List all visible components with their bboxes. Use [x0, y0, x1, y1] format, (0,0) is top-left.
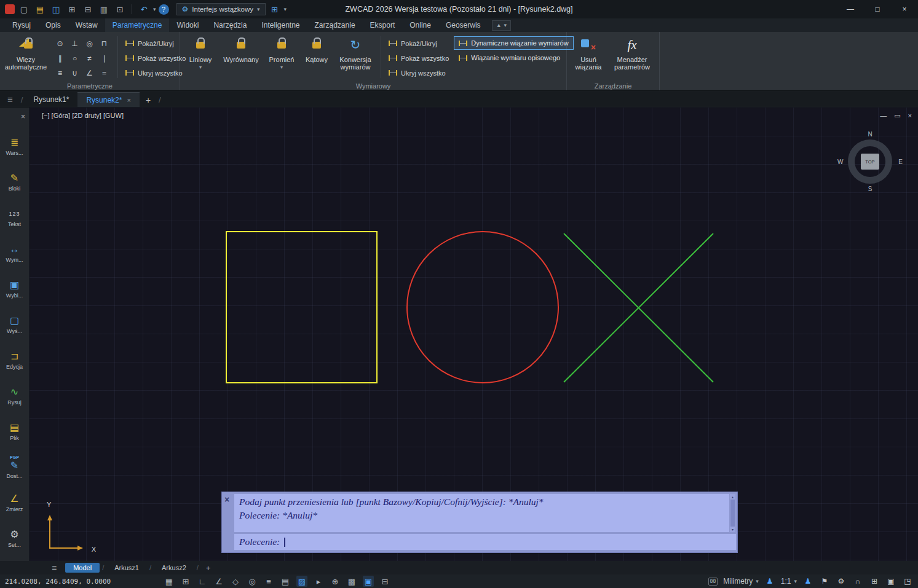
sidebar-item-wybierz[interactable]: ▣ Wybi... [0, 271, 29, 307]
constraint-smooth-icon[interactable]: ∪ [68, 66, 82, 80]
sidebar-item-wyswietl[interactable]: ▢ Wyś... [0, 307, 29, 342]
view-cube[interactable]: N S W E TOP [842, 133, 898, 190]
drawing-area[interactable]: [−] [Góra] [2D druty] [GUW] — ▭ × N S W … [30, 108, 918, 561]
dimensions-show-hide-button[interactable]: Pokaż/Ukryj [385, 36, 453, 50]
app-icon[interactable] [5, 4, 15, 14]
sidebar-item-tekst[interactable]: 123 Tekst [0, 200, 29, 235]
otrack-icon[interactable]: ◎ [247, 576, 258, 587]
polar-icon[interactable]: ∠ [213, 576, 224, 587]
viewport-close-icon[interactable]: × [908, 112, 912, 120]
units-select[interactable]: Milimetry ▾ [723, 577, 759, 586]
viewport-restore-icon[interactable]: ▭ [894, 112, 900, 120]
dynamic-input-icon[interactable]: ▨ [296, 576, 307, 587]
print-icon[interactable]: ⊟ [81, 3, 95, 15]
undo-dropdown-icon[interactable]: ▾ [153, 6, 156, 12]
sidebar-item-zmierz[interactable]: ∠ Zmierz [0, 485, 29, 520]
constraint-horizontal-icon[interactable]: ≠ [82, 51, 97, 65]
delete-constraints-button[interactable]: × Usuń wiązania [569, 34, 607, 79]
new-doc-tab-button[interactable]: + [140, 95, 157, 107]
tab-opis[interactable]: Opis [38, 18, 68, 32]
sidebar-item-settings[interactable]: ⚙ Set... [0, 520, 29, 556]
doc-tab-rysunek1[interactable]: Rysunek1* [25, 92, 77, 107]
file-tabs-menu-icon[interactable]: ≡ [6, 94, 19, 107]
constraint-vertical-icon[interactable]: ∣ [97, 51, 111, 65]
layout-tab-arkusz2[interactable]: Arkusz2 [154, 563, 194, 573]
radius-dimension-button[interactable]: Promień ▾ [264, 34, 299, 79]
auto-annotate-icon[interactable]: ♟ [802, 576, 813, 587]
hardware-accel-icon[interactable]: ⊟ [379, 576, 390, 587]
layout-menu-icon[interactable]: ≡ [43, 563, 65, 573]
constraints-show-hide-button[interactable]: Pokaż/Ukryj [122, 36, 189, 50]
lineweight-icon[interactable]: ≡ [263, 576, 274, 587]
annotation-monitor-icon[interactable]: ▩ [346, 576, 357, 587]
new-layout-button[interactable]: + [201, 563, 216, 573]
tab-inteligentne[interactable]: Inteligentne [254, 18, 307, 32]
settings-gear-icon[interactable]: ⚙ [836, 576, 847, 587]
convert-dimensions-button[interactable]: ↻ Konwersja wymiarów [334, 34, 377, 79]
minimize-button[interactable]: — [837, 0, 864, 18]
scroll-up-icon[interactable]: ▴ [732, 495, 734, 499]
sidebar-item-wymiary[interactable]: ↔ Wym... [0, 235, 29, 271]
compass-west-label[interactable]: W [837, 159, 843, 165]
snap-icon[interactable]: ⊞ [180, 576, 191, 587]
constraint-parallel-icon[interactable]: ∥ [53, 51, 67, 65]
ribbon-collapse-button[interactable]: ▲ ▾ [492, 20, 511, 31]
sidebar-item-warstwy[interactable]: ≣ Wars... [0, 128, 29, 164]
red-circle[interactable] [407, 232, 558, 383]
constraint-tangent-icon[interactable]: ○ [68, 51, 82, 65]
tab-online[interactable]: Online [402, 18, 438, 32]
overlap-windows-icon[interactable]: ▣ [885, 576, 896, 587]
scroll-down-icon[interactable]: ▾ [732, 527, 734, 531]
annotative-dimension-binding-toggle[interactable]: Wiązanie wymiaru opisowego [454, 51, 573, 65]
compass-east-label[interactable]: E [898, 159, 903, 165]
linear-dimension-caret-icon[interactable]: ▾ [199, 65, 202, 70]
viewport-controls-label[interactable]: [−] [Góra] [2D druty] [GUW] [42, 112, 124, 119]
scroll-thumb[interactable] [730, 500, 735, 527]
tab-zarzadzanie[interactable]: Zarządzanie [307, 18, 363, 32]
tab-geoserwis[interactable]: Geoserwis [438, 18, 488, 32]
workspace-selector[interactable]: ⚙ Interfejs wstążkowy ▾ [176, 3, 266, 15]
linear-dimension-button[interactable]: Liniowy ▾ [183, 34, 218, 79]
cycling-icon[interactable]: ⊕ [330, 576, 341, 587]
compass-north-label[interactable]: N [868, 131, 872, 138]
save-as-icon[interactable]: ⊞ [65, 3, 79, 15]
parameters-manager-button[interactable]: fx Menadżer parametrów [609, 34, 655, 79]
view-cube-top-face[interactable]: TOP [861, 154, 879, 170]
constraint-coincident-icon[interactable]: ⊙ [53, 36, 67, 50]
ortho-icon[interactable]: ∟ [197, 576, 208, 587]
quick-tool-icon[interactable]: ⊞ [268, 3, 282, 15]
model-space-icon[interactable]: ▣ [363, 576, 374, 587]
tab-rysuj[interactable]: Rysuj [5, 18, 38, 32]
aligned-dimension-button[interactable]: Wyrównany [220, 34, 263, 79]
osnap-icon[interactable]: ◇ [230, 576, 241, 587]
save-icon[interactable]: ◫ [49, 3, 63, 15]
command-scrollbar[interactable]: ▴ ▾ [730, 494, 735, 532]
command-close-icon[interactable]: × [224, 495, 229, 504]
viewport-minimize-icon[interactable]: — [880, 112, 887, 120]
dimensions-hide-all-button[interactable]: Ukryj wszystko [385, 66, 453, 80]
layout-tab-model[interactable]: Model [65, 563, 100, 573]
tab-narzedzia[interactable]: Narzędzia [206, 18, 254, 32]
quick-tool-caret-icon[interactable]: ▾ [284, 6, 287, 12]
magnet-icon[interactable]: ∩ [852, 576, 863, 587]
constraint-symmetric-icon[interactable]: ∠ [82, 66, 97, 80]
command-input[interactable]: Polecenie: [234, 534, 736, 550]
close-button[interactable]: × [891, 0, 918, 18]
yellow-square[interactable] [226, 232, 377, 383]
constraints-show-all-button[interactable]: Pokaż wszystko [122, 51, 189, 65]
constraint-perpendicular-icon[interactable]: ⊥ [68, 36, 82, 50]
constraint-fix-icon[interactable]: ⊓ [97, 36, 111, 50]
constraint-collinear-icon[interactable]: ≡ [53, 66, 67, 80]
transparency-icon[interactable]: ▤ [280, 576, 291, 587]
doc-tab-rysunek2[interactable]: Rysunek2* × [77, 92, 139, 107]
new-file-icon[interactable]: ▢ [17, 3, 31, 15]
sidebar-item-dostosuj[interactable]: PGP ✎ Dost... [0, 449, 29, 485]
constraints-hide-all-button[interactable]: Ukryj wszystko [122, 66, 189, 80]
command-history[interactable]: Podaj punkt przeniesienia lub [punkt Baz… [234, 494, 729, 532]
radius-dimension-caret-icon[interactable]: ▾ [280, 65, 283, 70]
tab-widoki[interactable]: Widoki [169, 18, 206, 32]
help-icon[interactable]: ? [159, 4, 169, 15]
angular-dimension-button[interactable]: Kątowy [301, 34, 333, 79]
sidebar-item-bloki[interactable]: ✎ Bloki [0, 164, 29, 200]
layout-tab-arkusz1[interactable]: Arkusz1 [106, 563, 147, 573]
